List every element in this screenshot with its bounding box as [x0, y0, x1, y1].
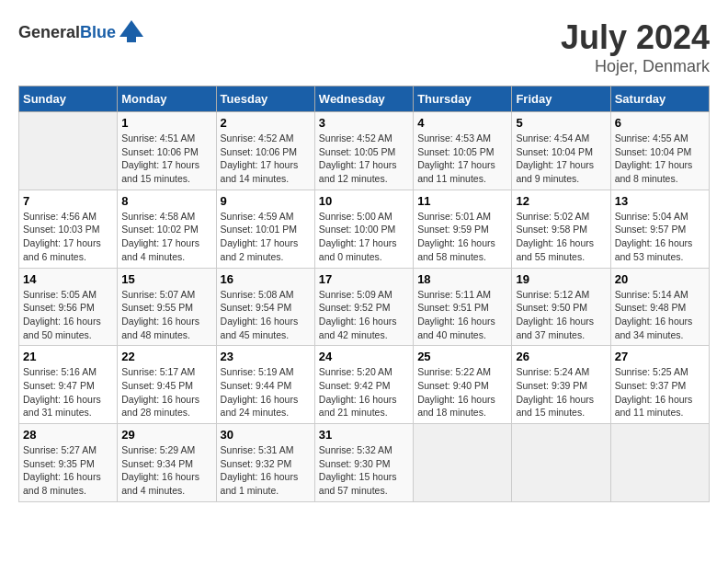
week-row-5: 28Sunrise: 5:27 AM Sunset: 9:35 PM Dayli… — [19, 424, 710, 502]
logo-icon — [118, 18, 145, 46]
day-number: 11 — [417, 194, 507, 208]
day-number: 15 — [121, 272, 211, 286]
calendar-body: 1Sunrise: 4:51 AM Sunset: 10:06 PM Dayli… — [19, 112, 710, 502]
day-info: Sunrise: 5:14 AM Sunset: 9:48 PM Dayligh… — [615, 288, 705, 342]
day-number: 27 — [615, 350, 705, 363]
calendar-cell: 24Sunrise: 5:20 AM Sunset: 9:42 PM Dayli… — [314, 346, 413, 424]
day-info: Sunrise: 4:56 AM Sunset: 10:03 PM Daylig… — [23, 210, 113, 264]
header-day-thursday: Thursday — [414, 86, 512, 112]
day-number: 31 — [319, 428, 409, 442]
week-row-3: 14Sunrise: 5:05 AM Sunset: 9:56 PM Dayli… — [19, 268, 710, 346]
day-info: Sunrise: 5:11 AM Sunset: 9:51 PM Dayligh… — [417, 288, 507, 342]
day-number: 19 — [516, 272, 606, 286]
calendar-cell: 11Sunrise: 5:01 AM Sunset: 9:59 PM Dayli… — [414, 190, 512, 268]
calendar-cell: 8Sunrise: 4:58 AM Sunset: 10:02 PM Dayli… — [118, 190, 216, 268]
day-number: 6 — [615, 116, 705, 130]
day-number: 5 — [516, 116, 606, 130]
logo-blue: Blue — [80, 23, 116, 41]
day-info: Sunrise: 4:52 AM Sunset: 10:06 PM Daylig… — [221, 132, 311, 186]
day-info: Sunrise: 4:59 AM Sunset: 10:01 PM Daylig… — [221, 210, 311, 264]
week-row-2: 7Sunrise: 4:56 AM Sunset: 10:03 PM Dayli… — [19, 190, 710, 268]
header-day-sunday: Sunday — [19, 86, 118, 112]
day-info: Sunrise: 4:51 AM Sunset: 10:06 PM Daylig… — [121, 132, 211, 186]
day-number: 9 — [221, 194, 311, 208]
day-info: Sunrise: 5:05 AM Sunset: 9:56 PM Dayligh… — [23, 288, 113, 342]
day-info: Sunrise: 5:08 AM Sunset: 9:54 PM Dayligh… — [221, 288, 311, 342]
calendar-cell: 19Sunrise: 5:12 AM Sunset: 9:50 PM Dayli… — [512, 268, 610, 346]
calendar-cell: 4Sunrise: 4:53 AM Sunset: 10:05 PM Dayli… — [414, 112, 512, 190]
calendar-cell: 3Sunrise: 4:52 AM Sunset: 10:05 PM Dayli… — [314, 112, 413, 190]
calendar-cell: 13Sunrise: 5:04 AM Sunset: 9:57 PM Dayli… — [610, 190, 709, 268]
calendar-cell — [512, 424, 610, 502]
day-number: 2 — [221, 116, 311, 130]
calendar-cell: 22Sunrise: 5:17 AM Sunset: 9:45 PM Dayli… — [118, 346, 216, 424]
day-info: Sunrise: 5:04 AM Sunset: 9:57 PM Dayligh… — [615, 210, 705, 264]
calendar-cell — [19, 112, 118, 190]
calendar-cell: 30Sunrise: 5:31 AM Sunset: 9:32 PM Dayli… — [216, 424, 314, 502]
day-info: Sunrise: 5:16 AM Sunset: 9:47 PM Dayligh… — [23, 365, 113, 419]
calendar-cell: 14Sunrise: 5:05 AM Sunset: 9:56 PM Dayli… — [19, 268, 118, 346]
day-info: Sunrise: 5:17 AM Sunset: 9:45 PM Dayligh… — [121, 365, 211, 419]
day-number: 21 — [23, 350, 113, 363]
calendar-cell: 31Sunrise: 5:32 AM Sunset: 9:30 PM Dayli… — [314, 424, 413, 502]
calendar-cell: 21Sunrise: 5:16 AM Sunset: 9:47 PM Dayli… — [19, 346, 118, 424]
week-row-4: 21Sunrise: 5:16 AM Sunset: 9:47 PM Dayli… — [19, 346, 710, 424]
day-number: 4 — [417, 116, 507, 130]
day-info: Sunrise: 4:54 AM Sunset: 10:04 PM Daylig… — [516, 132, 606, 186]
calendar-cell: 20Sunrise: 5:14 AM Sunset: 9:48 PM Dayli… — [610, 268, 709, 346]
day-number: 25 — [417, 350, 507, 363]
calendar-cell: 16Sunrise: 5:08 AM Sunset: 9:54 PM Dayli… — [216, 268, 314, 346]
calendar-cell: 15Sunrise: 5:07 AM Sunset: 9:55 PM Dayli… — [118, 268, 216, 346]
day-number: 16 — [221, 272, 311, 286]
calendar-cell: 10Sunrise: 5:00 AM Sunset: 10:00 PM Dayl… — [314, 190, 413, 268]
day-number: 29 — [121, 428, 211, 442]
day-number: 23 — [221, 350, 311, 363]
day-info: Sunrise: 5:19 AM Sunset: 9:44 PM Dayligh… — [221, 365, 311, 419]
calendar-cell: 1Sunrise: 4:51 AM Sunset: 10:06 PM Dayli… — [118, 112, 216, 190]
day-info: Sunrise: 5:27 AM Sunset: 9:35 PM Dayligh… — [23, 443, 113, 498]
calendar-cell: 2Sunrise: 4:52 AM Sunset: 10:06 PM Dayli… — [216, 112, 314, 190]
day-number: 18 — [417, 272, 507, 286]
day-number: 7 — [23, 194, 113, 208]
month-title: July 2024 — [561, 18, 710, 57]
day-number: 30 — [221, 428, 311, 442]
day-number: 28 — [23, 428, 113, 442]
day-info: Sunrise: 5:02 AM Sunset: 9:58 PM Dayligh… — [516, 210, 606, 264]
day-info: Sunrise: 5:29 AM Sunset: 9:34 PM Dayligh… — [121, 443, 211, 498]
day-number: 24 — [319, 350, 409, 363]
calendar-cell: 17Sunrise: 5:09 AM Sunset: 9:52 PM Dayli… — [314, 268, 413, 346]
day-number: 20 — [615, 272, 705, 286]
day-info: Sunrise: 5:09 AM Sunset: 9:52 PM Dayligh… — [319, 288, 409, 342]
logo: GeneralBlue — [18, 18, 145, 46]
day-number: 26 — [516, 350, 606, 363]
day-number: 8 — [121, 194, 211, 208]
header-day-wednesday: Wednesday — [314, 86, 413, 112]
day-info: Sunrise: 4:58 AM Sunset: 10:02 PM Daylig… — [121, 210, 211, 264]
day-number: 10 — [319, 194, 409, 208]
logo-general: General — [18, 23, 80, 41]
day-number: 14 — [23, 272, 113, 286]
day-info: Sunrise: 5:01 AM Sunset: 9:59 PM Dayligh… — [417, 210, 507, 264]
day-info: Sunrise: 4:55 AM Sunset: 10:04 PM Daylig… — [615, 132, 705, 186]
header-row: SundayMondayTuesdayWednesdayThursdayFrid… — [19, 86, 710, 112]
day-info: Sunrise: 5:07 AM Sunset: 9:55 PM Dayligh… — [121, 288, 211, 342]
day-info: Sunrise: 5:12 AM Sunset: 9:50 PM Dayligh… — [516, 288, 606, 342]
day-info: Sunrise: 5:20 AM Sunset: 9:42 PM Dayligh… — [319, 365, 409, 419]
day-info: Sunrise: 4:53 AM Sunset: 10:05 PM Daylig… — [417, 132, 507, 186]
day-number: 1 — [121, 116, 211, 130]
day-number: 3 — [319, 116, 409, 130]
svg-marker-0 — [119, 20, 143, 37]
week-row-1: 1Sunrise: 4:51 AM Sunset: 10:06 PM Dayli… — [19, 112, 710, 190]
calendar-cell: 28Sunrise: 5:27 AM Sunset: 9:35 PM Dayli… — [19, 424, 118, 502]
day-number: 17 — [319, 272, 409, 286]
day-info: Sunrise: 5:25 AM Sunset: 9:37 PM Dayligh… — [615, 365, 705, 419]
header-day-friday: Friday — [512, 86, 610, 112]
calendar-cell: 9Sunrise: 4:59 AM Sunset: 10:01 PM Dayli… — [216, 190, 314, 268]
day-number: 22 — [121, 350, 211, 363]
calendar-cell: 12Sunrise: 5:02 AM Sunset: 9:58 PM Dayli… — [512, 190, 610, 268]
day-info: Sunrise: 5:32 AM Sunset: 9:30 PM Dayligh… — [319, 443, 409, 498]
day-info: Sunrise: 5:31 AM Sunset: 9:32 PM Dayligh… — [221, 443, 311, 498]
calendar-cell: 18Sunrise: 5:11 AM Sunset: 9:51 PM Dayli… — [414, 268, 512, 346]
calendar-header: SundayMondayTuesdayWednesdayThursdayFrid… — [19, 86, 710, 112]
header-day-tuesday: Tuesday — [216, 86, 314, 112]
